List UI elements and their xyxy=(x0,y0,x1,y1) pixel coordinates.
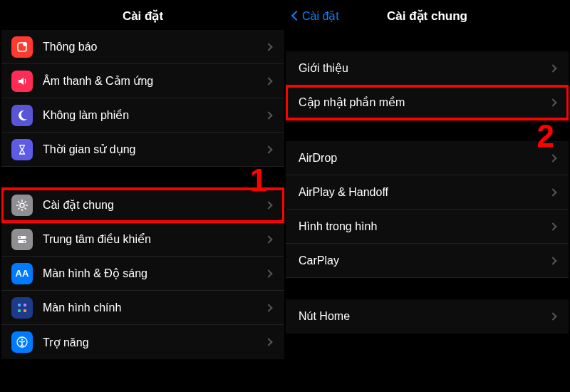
svg-rect-16 xyxy=(24,304,26,306)
hourglass-icon xyxy=(11,139,33,160)
gear-icon xyxy=(11,195,33,216)
chevron-right-icon xyxy=(549,188,556,196)
svg-rect-17 xyxy=(18,309,21,312)
row-label: Âm thanh & Cảm ứng xyxy=(43,74,266,88)
row-sounds[interactable]: Âm thanh & Cảm ứng xyxy=(1,64,284,98)
chevron-right-icon xyxy=(264,111,272,119)
page-title: Cài đặt xyxy=(123,9,163,24)
svg-point-14 xyxy=(24,240,26,242)
row-label: CarPlay xyxy=(299,254,550,267)
row-label: Nút Home xyxy=(299,310,550,323)
row-label: Trung tâm điều khiển xyxy=(43,232,266,246)
svg-point-12 xyxy=(19,236,21,238)
svg-line-9 xyxy=(18,207,19,209)
row-label: Cập nhật phần mềm xyxy=(299,96,550,109)
chevron-right-icon xyxy=(264,235,272,243)
screenshot-pair: Cài đặt Thông báo Âm thanh & Cảm ứng xyxy=(0,0,570,392)
row-notifications[interactable]: Thông báo xyxy=(1,30,284,64)
row-accessibility[interactable]: Trợ năng xyxy=(1,325,284,359)
toggles-icon xyxy=(11,229,33,250)
row-label: Trợ năng xyxy=(43,336,266,349)
chevron-right-icon xyxy=(264,77,272,85)
row-airdrop[interactable]: AirDrop xyxy=(286,141,569,175)
svg-line-10 xyxy=(25,201,26,202)
chevron-right-icon xyxy=(549,64,556,72)
svg-line-8 xyxy=(25,207,26,209)
row-homebutton[interactable]: Nút Home xyxy=(286,299,569,334)
chevron-right-icon xyxy=(264,145,272,153)
row-label: Màn hình & Độ sáng xyxy=(43,267,266,280)
row-label: Thời gian sử dụng xyxy=(43,143,266,156)
chevron-left-icon xyxy=(291,11,301,21)
svg-rect-15 xyxy=(18,304,21,306)
row-label: Thông báo xyxy=(43,41,266,53)
group-separator xyxy=(286,278,569,299)
row-label: Màn hình chính xyxy=(43,301,266,314)
general-list: Giới thiệu Cập nhật phần mềm 2 AirDrop A… xyxy=(286,30,569,391)
row-controlcenter[interactable]: Trung tâm điều khiển xyxy=(1,222,284,257)
general-settings-panel: Cài đặt Cài đặt chung Giới thiệu Cập nhậ… xyxy=(286,1,569,391)
notification-icon xyxy=(11,36,33,58)
sound-icon xyxy=(11,71,33,92)
grid-icon xyxy=(11,297,33,319)
header-left: Cài đặt xyxy=(1,1,284,30)
row-general[interactable]: Cài đặt chung xyxy=(1,188,284,222)
chevron-right-icon xyxy=(549,257,556,264)
row-about[interactable]: Giới thiệu xyxy=(286,51,569,86)
chevron-right-icon xyxy=(264,338,272,346)
row-label: Không làm phiền xyxy=(43,108,266,122)
chevron-right-icon xyxy=(549,98,556,106)
svg-point-20 xyxy=(21,339,24,341)
chevron-right-icon xyxy=(264,304,272,311)
page-title: Cài đặt chung xyxy=(387,9,467,24)
row-label: Hình trong hình xyxy=(299,220,550,233)
chevron-right-icon xyxy=(549,222,556,230)
text-size-icon: AA xyxy=(11,263,33,284)
group-separator: 1 xyxy=(1,167,284,188)
row-label: Giới thiệu xyxy=(299,61,550,75)
svg-point-1 xyxy=(23,42,27,46)
row-label: AirPlay & Handoff xyxy=(299,186,550,199)
svg-point-2 xyxy=(20,203,24,207)
group-separator: 2 xyxy=(286,120,569,141)
row-pip[interactable]: Hình trong hình xyxy=(286,210,569,244)
row-airplay[interactable]: AirPlay & Handoff xyxy=(286,175,569,210)
row-label: AirDrop xyxy=(299,152,550,165)
row-label: Cài đặt chung xyxy=(43,198,266,212)
row-homescreen[interactable]: Màn hình chính xyxy=(1,291,284,325)
row-dnd[interactable]: Không làm phiền xyxy=(1,98,284,133)
chevron-right-icon xyxy=(549,154,556,162)
chevron-right-icon xyxy=(549,312,556,320)
svg-line-7 xyxy=(18,201,19,202)
settings-list: Thông báo Âm thanh & Cảm ứng Không làm p… xyxy=(1,30,284,391)
accessibility-icon xyxy=(11,331,33,353)
chevron-right-icon xyxy=(264,269,272,277)
moon-icon xyxy=(11,105,33,126)
step-number-1: 1 xyxy=(250,163,267,198)
back-button[interactable]: Cài đặt xyxy=(293,9,339,23)
group-separator xyxy=(286,30,569,51)
settings-root-panel: Cài đặt Thông báo Âm thanh & Cảm ứng xyxy=(1,1,286,391)
chevron-right-icon xyxy=(264,201,272,209)
step-number-2: 2 xyxy=(537,118,554,154)
row-carplay[interactable]: CarPlay xyxy=(286,244,569,278)
back-label: Cài đặt xyxy=(302,9,339,23)
svg-rect-18 xyxy=(24,309,26,312)
row-display[interactable]: AA Màn hình & Độ sáng xyxy=(1,257,284,291)
row-screentime[interactable]: Thời gian sử dụng xyxy=(1,133,284,167)
chevron-right-icon xyxy=(264,43,272,51)
header-right: Cài đặt Cài đặt chung xyxy=(286,1,569,30)
row-software-update[interactable]: Cập nhật phần mềm xyxy=(286,86,569,120)
